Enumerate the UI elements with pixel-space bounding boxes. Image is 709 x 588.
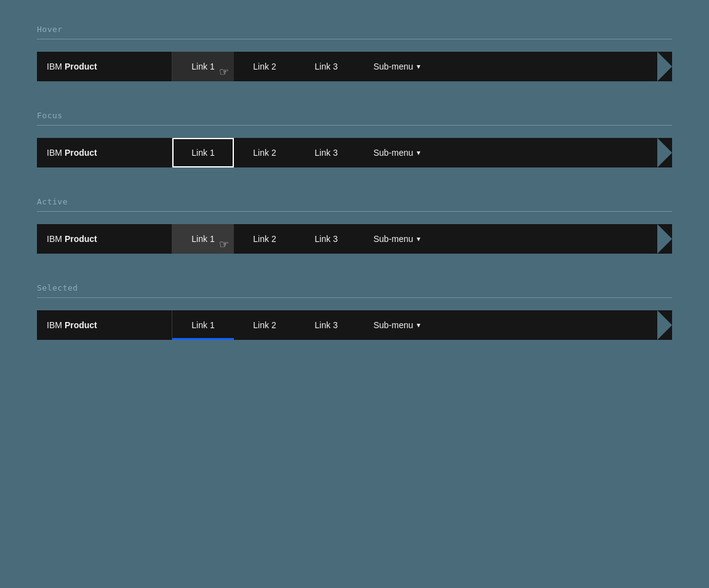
navbar-end-focus — [647, 138, 672, 167]
nav-link-3-focus[interactable]: Link 3 — [295, 138, 357, 167]
brand-ibm-selected: IBM — [47, 320, 62, 330]
nav-submenu-focus[interactable]: Sub-menu ▾ — [357, 138, 437, 167]
navbar-brand-active: IBM Product — [37, 224, 172, 254]
section-focus: Focus IBM Product Link 1 Link 2 Link 3 S… — [37, 111, 672, 167]
nav-link-2-active[interactable]: Link 2 — [234, 224, 295, 254]
nav-submenu-active[interactable]: Sub-menu ▾ — [357, 224, 437, 254]
section-label-focus: Focus — [37, 111, 672, 120]
brand-product-active: Product — [65, 234, 97, 244]
submenu-label-active: Sub-menu — [374, 234, 414, 244]
navbar-end-hover — [647, 52, 672, 81]
navbar-brand-hover: IBM Product — [37, 52, 172, 81]
navbar-hover: IBM Product Link 1 Link 2 Link 3 Sub-men… — [37, 52, 672, 81]
divider-hover — [37, 39, 672, 39]
section-hover: Hover IBM Product Link 1 Link 2 Link 3 S… — [37, 25, 672, 81]
section-label-selected: Selected — [37, 283, 672, 292]
nav-link-3-hover[interactable]: Link 3 — [295, 52, 357, 81]
nav-submenu-hover[interactable]: Sub-menu ▾ — [357, 52, 437, 81]
brand-ibm-focus: IBM — [47, 148, 62, 158]
section-selected: Selected IBM Product Link 1 Link 2 Link … — [37, 283, 672, 340]
section-label-hover: Hover — [37, 25, 672, 34]
navbar-notch-selected — [657, 310, 672, 340]
navbar-active: IBM Product Link 1 Link 2 Link 3 Sub-men… — [37, 224, 672, 254]
nav-link-1-hover[interactable]: Link 1 — [172, 52, 234, 81]
navbar-selected: IBM Product Link 1 Link 2 Link 3 Sub-men… — [37, 310, 672, 340]
brand-ibm-hover: IBM — [47, 62, 62, 71]
navbar-brand-selected: IBM Product — [37, 310, 172, 340]
chevron-down-icon-hover: ▾ — [417, 62, 420, 71]
navbar-links-active: Link 1 Link 2 Link 3 Sub-menu ▾ — [172, 224, 647, 254]
navbar-notch-active — [657, 224, 672, 254]
navbar-links-hover: Link 1 Link 2 Link 3 Sub-menu ▾ — [172, 52, 647, 81]
chevron-down-icon-selected: ▾ — [417, 321, 420, 329]
navbar-links-focus: Link 1 Link 2 Link 3 Sub-menu ▾ — [172, 138, 647, 167]
navbar-end-selected — [647, 310, 672, 340]
brand-product-focus: Product — [65, 148, 97, 158]
nav-link-3-active[interactable]: Link 3 — [295, 224, 357, 254]
nav-link-2-focus[interactable]: Link 2 — [234, 138, 295, 167]
navbar-notch-hover — [657, 52, 672, 81]
navbar-brand-focus: IBM Product — [37, 138, 172, 167]
brand-ibm-active: IBM — [47, 234, 62, 244]
navbar-notch-focus — [657, 138, 672, 167]
submenu-label-hover: Sub-menu — [374, 62, 414, 71]
brand-product-hover: Product — [65, 62, 97, 71]
section-label-active: Active — [37, 197, 672, 206]
nav-submenu-selected[interactable]: Sub-menu ▾ — [357, 310, 437, 340]
submenu-label-focus: Sub-menu — [374, 148, 414, 158]
nav-link-3-selected[interactable]: Link 3 — [295, 310, 357, 340]
submenu-label-selected: Sub-menu — [374, 320, 414, 330]
divider-active — [37, 211, 672, 212]
navbar-links-selected: Link 1 Link 2 Link 3 Sub-menu ▾ — [172, 310, 647, 340]
nav-link-1-active[interactable]: Link 1 — [172, 224, 234, 254]
navbar-end-active — [647, 224, 672, 254]
chevron-down-icon-active: ▾ — [417, 235, 420, 243]
divider-focus — [37, 125, 672, 126]
chevron-down-icon-focus: ▾ — [417, 148, 420, 157]
nav-link-1-focus[interactable]: Link 1 — [172, 138, 234, 167]
nav-link-2-selected[interactable]: Link 2 — [234, 310, 295, 340]
brand-product-selected: Product — [65, 320, 97, 330]
divider-selected — [37, 297, 672, 298]
nav-link-2-hover[interactable]: Link 2 — [234, 52, 295, 81]
navbar-focus: IBM Product Link 1 Link 2 Link 3 Sub-men… — [37, 138, 672, 167]
nav-link-1-selected[interactable]: Link 1 — [172, 310, 234, 340]
section-active: Active IBM Product Link 1 Link 2 Link 3 … — [37, 197, 672, 254]
